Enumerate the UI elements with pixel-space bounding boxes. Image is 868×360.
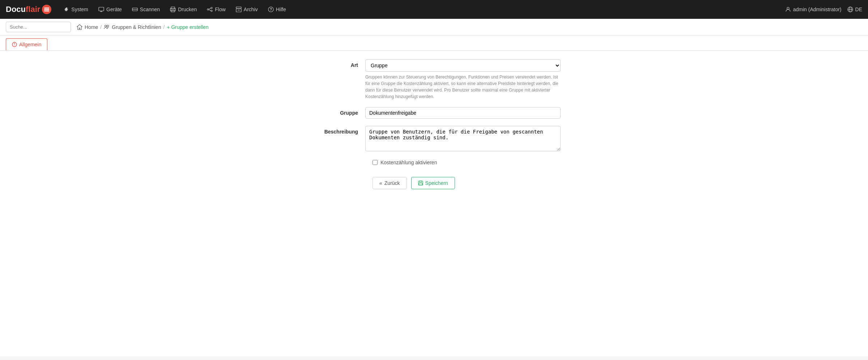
home-icon	[77, 24, 82, 30]
gruppe-field	[365, 107, 561, 119]
printer-icon	[170, 7, 176, 12]
nav-system-label: System	[71, 7, 88, 12]
art-hint: Gruppen können zur Steuerung von Berecht…	[365, 74, 561, 100]
svg-rect-2	[44, 9, 49, 10]
nav-flow[interactable]: Flow	[203, 4, 230, 14]
kostenzaehlung-row: Kostenzählung aktivieren	[373, 160, 561, 165]
nav-archiv-label: Archiv	[244, 7, 258, 12]
nav-geraete[interactable]: Geräte	[94, 4, 126, 14]
nav-hilfe-label: Hilfe	[276, 7, 286, 12]
svg-rect-8	[171, 7, 175, 9]
art-field: Gruppe Gruppen können zur Steuerung von …	[365, 59, 561, 100]
breadcrumb-sep-2: /	[163, 24, 165, 30]
svg-point-21	[787, 7, 789, 9]
flow-icon	[207, 7, 213, 12]
nav-right: admin (Administrator) DE	[785, 7, 862, 12]
nav-scannen-label: Scannen	[140, 7, 160, 12]
nav-geraete-label: Geräte	[106, 7, 122, 12]
svg-point-11	[207, 9, 209, 10]
nav-flow-label: Flow	[215, 7, 226, 12]
gruppe-label: Gruppe	[307, 107, 365, 116]
groups-icon	[104, 24, 110, 30]
allgemein-icon	[12, 42, 17, 47]
nav-drucken-label: Drucken	[178, 7, 197, 12]
svg-rect-32	[419, 183, 422, 185]
svg-rect-4	[99, 7, 104, 11]
svg-point-12	[211, 7, 212, 9]
art-select[interactable]: Gruppe	[365, 59, 561, 72]
svg-rect-31	[420, 181, 422, 182]
svg-rect-1	[44, 8, 49, 9]
nav-drucken[interactable]: Drucken	[166, 4, 201, 14]
form-container: Art Gruppe Gruppen können zur Steuerung …	[307, 59, 561, 189]
nav-archiv[interactable]: Archiv	[231, 4, 262, 14]
beschreibung-field	[365, 126, 561, 152]
tab-allgemein[interactable]: Allgemein	[6, 38, 47, 50]
language-selector[interactable]: DE	[847, 7, 862, 12]
breadcrumb-current: + Gruppe erstellen	[167, 24, 209, 30]
art-label: Art	[307, 59, 365, 68]
globe-icon	[847, 7, 853, 12]
kostenzaehlung-label: Kostenzählung aktivieren	[380, 160, 437, 165]
save-label: Speichern	[425, 180, 448, 186]
username: admin (Administrator)	[793, 7, 842, 12]
nav-system[interactable]: System	[59, 4, 93, 14]
kostenzaehlung-checkbox[interactable]	[373, 160, 378, 165]
help-icon: ?	[268, 7, 274, 12]
button-row: « Zurück Speichern	[373, 177, 561, 189]
user-menu[interactable]: admin (Administrator)	[785, 7, 842, 12]
svg-point-13	[211, 10, 212, 12]
tabbar: Allgemein	[0, 35, 868, 51]
nav-scannen[interactable]: Scannen	[128, 4, 164, 14]
gruppe-input[interactable]	[365, 107, 561, 119]
svg-rect-5	[100, 11, 102, 12]
beschreibung-label: Beschreibung	[307, 126, 365, 135]
breadcrumb-home[interactable]: Home	[85, 24, 98, 30]
back-label: Zurück	[384, 180, 400, 186]
svg-point-25	[105, 25, 107, 27]
form-row-beschreibung: Beschreibung	[307, 126, 561, 152]
svg-point-29	[14, 45, 15, 46]
language: DE	[855, 7, 862, 12]
main-content: Art Gruppe Gruppen können zur Steuerung …	[0, 51, 868, 356]
svg-line-14	[209, 8, 211, 9]
form-row-gruppe: Gruppe	[307, 107, 561, 119]
breadcrumb: Home / Gruppen & Richtlinien / + Gruppe …	[77, 24, 209, 30]
monitor-icon	[98, 7, 104, 12]
save-button[interactable]: Speichern	[411, 177, 455, 189]
svg-rect-16	[236, 7, 241, 8]
gear-icon	[63, 7, 69, 12]
nav-hilfe[interactable]: ? Hilfe	[264, 4, 290, 14]
back-icon: «	[379, 180, 382, 186]
logo-icon	[42, 4, 52, 14]
save-icon	[418, 181, 423, 186]
user-icon	[785, 7, 791, 12]
svg-line-15	[209, 10, 211, 11]
form-row-art: Art Gruppe Gruppen können zur Steuerung …	[307, 59, 561, 100]
search-input[interactable]	[6, 22, 71, 32]
tab-allgemein-label: Allgemein	[19, 42, 41, 47]
searchbar-row: Home / Gruppen & Richtlinien / + Gruppe …	[0, 19, 868, 35]
logo-docu: Docu	[6, 5, 26, 14]
back-button[interactable]: « Zurück	[373, 177, 407, 189]
svg-point-26	[107, 25, 109, 27]
archive-icon	[236, 7, 242, 12]
svg-text:?: ?	[270, 8, 272, 12]
top-navigation: Docu flair System Geräte Scannen Drucken…	[0, 0, 868, 19]
logo[interactable]: Docu flair	[6, 4, 52, 14]
logo-flair: flair	[26, 5, 40, 14]
breadcrumb-groups[interactable]: Gruppen & Richtlinien	[112, 24, 161, 30]
scan-icon	[132, 7, 138, 12]
svg-rect-3	[44, 10, 49, 12]
breadcrumb-sep-1: /	[100, 24, 102, 30]
beschreibung-textarea[interactable]	[365, 126, 561, 151]
